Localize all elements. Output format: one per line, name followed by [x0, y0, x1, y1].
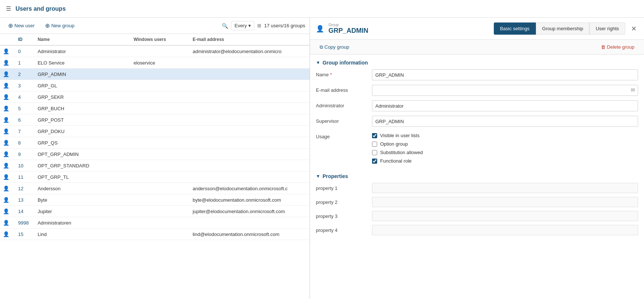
table-row[interactable]: 👤 0 Administrator administrator@elodocum…: [0, 45, 310, 57]
table-row[interactable]: 👤 8 GRP_QS: [0, 137, 310, 149]
usage-label: Usage: [316, 131, 368, 139]
table-row[interactable]: 👤 9998 Administratoren: [0, 217, 310, 229]
checkbox-option-label: Option group: [380, 141, 408, 147]
checkbox-visible[interactable]: [372, 133, 377, 138]
hamburger-icon[interactable]: ☰: [6, 5, 11, 12]
delete-group-button[interactable]: 🗑 Delete group: [597, 43, 638, 51]
usage-row: Usage Visible in user lists Option group…: [316, 131, 638, 164]
properties-section-header[interactable]: ▼ Properties: [316, 168, 638, 183]
property-row: property 4: [316, 225, 638, 235]
checkbox-functional[interactable]: [372, 159, 377, 164]
row-id: 15: [14, 229, 33, 240]
property-input[interactable]: [372, 183, 638, 193]
col-id: ID: [14, 34, 33, 45]
supervisor-row: Supervisor: [316, 116, 638, 127]
user-row-icon: 👤: [3, 174, 9, 180]
checkbox-visible-row[interactable]: Visible in user lists: [372, 133, 423, 138]
property-input[interactable]: [372, 225, 638, 235]
checkbox-functional-label: Functional role: [380, 158, 411, 164]
table-row[interactable]: 👤 4 GRP_SEKR: [0, 91, 310, 103]
row-email: [188, 80, 310, 91]
search-icon[interactable]: 🔍: [222, 23, 228, 29]
filter-dropdown[interactable]: Every ▾: [231, 21, 254, 30]
property-label: property 2: [316, 199, 368, 205]
table-row[interactable]: 👤 10 OPT_GRP_STANDARD: [0, 160, 310, 171]
row-name: OPT_GRP_TL: [33, 171, 129, 183]
row-id: 0: [14, 45, 33, 57]
checkbox-option[interactable]: [372, 142, 377, 147]
table-row[interactable]: 👤 3 GRP_GL: [0, 80, 310, 91]
group-info-section-header[interactable]: ▼ Group information: [316, 55, 638, 69]
group-title-area: Group GRP_ADMIN: [328, 23, 489, 35]
email-input[interactable]: [372, 85, 638, 96]
checkbox-option-row[interactable]: Option group: [372, 141, 423, 147]
checkbox-functional-row[interactable]: Functional role: [372, 158, 423, 164]
copy-group-button[interactable]: ⧉ Copy group: [316, 43, 353, 52]
checkbox-visible-label: Visible in user lists: [380, 133, 420, 138]
group-subtitle: Group: [328, 23, 489, 27]
properties-section-label: Properties: [323, 173, 348, 179]
user-row-icon: 👤: [3, 94, 9, 100]
new-user-button[interactable]: ⊕ New user: [4, 21, 38, 31]
filter-icon[interactable]: ⊞: [257, 23, 261, 28]
copy-group-label: Copy group: [324, 44, 349, 50]
plus-icon: ⊕: [8, 22, 13, 29]
table-row[interactable]: 👤 6 GRP_POST: [0, 114, 310, 126]
table-row[interactable]: 👤 9 OPT_GRP_ADMIN: [0, 149, 310, 160]
filter-label: Every: [234, 23, 247, 28]
checkbox-substitution[interactable]: [372, 150, 377, 155]
user-row-icon: 👤: [3, 71, 9, 77]
row-name: Administrator: [33, 45, 129, 57]
supervisor-label: Supervisor: [316, 116, 368, 124]
table-row[interactable]: 👤 7 GRP_DOKU: [0, 126, 310, 137]
row-name: Lind: [33, 229, 129, 240]
supervisor-input[interactable]: [372, 116, 638, 127]
user-row-icon: 👤: [3, 83, 9, 88]
table-row[interactable]: 👤 11 OPT_GRP_TL: [0, 171, 310, 183]
copy-icon: ⧉: [320, 44, 323, 50]
row-name: OPT_GRP_STANDARD: [33, 160, 129, 171]
right-header: 👤 Group GRP_ADMIN Basic settingsGroup me…: [310, 18, 644, 40]
tab-rights[interactable]: User rights: [589, 22, 625, 35]
table-row[interactable]: 👤 13 Byte byte@elodocumentation.onmicros…: [0, 194, 310, 206]
table-row[interactable]: 👤 14 Jupiter jupiter@elodocumentation.on…: [0, 206, 310, 217]
table-row[interactable]: 👤 1 ELO Service eloservice: [0, 57, 310, 69]
new-group-label: New group: [51, 23, 75, 28]
table-row[interactable]: 👤 12 Andersson andersson@elodocumentatio…: [0, 183, 310, 194]
group-info-section-label: Group information: [323, 60, 368, 66]
row-email: [188, 103, 310, 114]
row-id: 3: [14, 80, 33, 91]
user-group-count: 17 users/16 groups: [264, 23, 305, 28]
tab-buttons: Basic settingsGroup membershipUser right…: [494, 22, 625, 35]
row-email: [188, 126, 310, 137]
row-email: administrator@elodocumentation.onmicro: [188, 45, 310, 57]
properties-chevron-icon: ▼: [316, 174, 320, 179]
row-id: 13: [14, 194, 33, 206]
row-windows: [129, 137, 188, 149]
row-name: Byte: [33, 194, 129, 206]
property-row: property 2: [316, 197, 638, 207]
row-id: 12: [14, 183, 33, 194]
email-icon: ✉: [631, 87, 635, 93]
row-windows: eloservice: [129, 57, 188, 69]
table-row[interactable]: 👤 5 GRP_BUCH: [0, 103, 310, 114]
toolbar: ⊕ New user ⊕ New group 🔍 Every ▾ ⊞ 17 us…: [0, 18, 310, 34]
administrator-input[interactable]: [372, 100, 638, 111]
name-input[interactable]: [372, 69, 638, 80]
close-button[interactable]: ✕: [630, 23, 638, 34]
row-id: 2: [14, 69, 33, 80]
new-group-button[interactable]: ⊕ New group: [41, 21, 78, 31]
row-id: 10: [14, 160, 33, 171]
properties-container: property 1 property 2 property 3 propert…: [316, 183, 638, 235]
tab-membership[interactable]: Group membership: [536, 22, 589, 35]
table-row[interactable]: 👤 2 GRP_ADMIN: [0, 69, 310, 80]
group-title: GRP_ADMIN: [328, 27, 489, 35]
delete-group-label: Delete group: [607, 44, 634, 50]
property-input[interactable]: [372, 197, 638, 207]
property-input[interactable]: [372, 211, 638, 221]
tab-basic[interactable]: Basic settings: [494, 22, 536, 35]
checkbox-substitution-row[interactable]: Substitution allowed: [372, 150, 423, 155]
main-layout: ⊕ New user ⊕ New group 🔍 Every ▾ ⊞ 17 us…: [0, 18, 644, 299]
user-row-icon: 👤: [3, 60, 9, 66]
table-row[interactable]: 👤 15 Lind lind@elodocumentation.onmicros…: [0, 229, 310, 240]
